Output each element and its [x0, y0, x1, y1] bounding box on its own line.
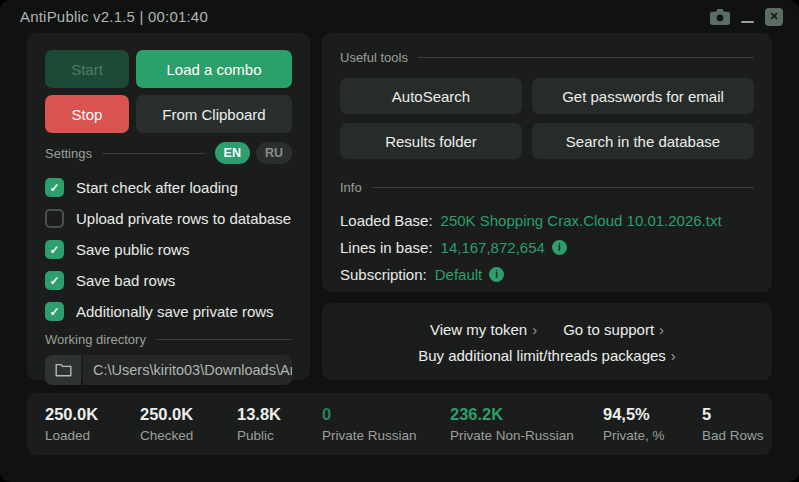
- view-my-token-link[interactable]: View my token›: [430, 321, 537, 338]
- subscription-row: Subscription: Default i: [340, 261, 754, 288]
- loaded-base-label: Loaded Base:: [340, 212, 433, 229]
- stat-private-russian: 0 Private Russian: [322, 405, 450, 443]
- folder-icon: [55, 363, 72, 377]
- links-panel: View my token› Go to support› Buy additi…: [322, 303, 772, 380]
- settings-header: Settings EN RU: [45, 142, 292, 164]
- checkbox-upload-private-rows[interactable]: Upload private rows to database: [45, 208, 292, 229]
- divider: [102, 153, 205, 154]
- settings-checkboxes: ✓ Start check after loading Upload priva…: [45, 177, 292, 322]
- useful-tools-label: Useful tools: [340, 50, 408, 65]
- stat-value: 236.2K: [450, 405, 603, 424]
- from-clipboard-button[interactable]: From Clipboard: [136, 95, 292, 133]
- window-title: AntiPublic v2.1.5 | 00:01:40: [20, 8, 208, 25]
- stat-label: Private Non-Russian: [450, 428, 603, 443]
- stat-private-non-russian: 236.2K Private Non-Russian: [450, 405, 603, 443]
- lines-in-base-label: Lines in base:: [340, 239, 433, 256]
- search-database-button[interactable]: Search in the database: [532, 123, 754, 159]
- stat-label: Public: [237, 428, 322, 443]
- chevron-right-icon: ›: [532, 321, 537, 338]
- title-bar: AntiPublic v2.1.5 | 00:01:40 ✕: [0, 0, 799, 33]
- checkbox-label: Additionally save private rows: [76, 303, 274, 320]
- stat-value: 250.0K: [140, 405, 237, 424]
- working-directory-path-field[interactable]: C:\Users\kirito03\Downloads\An...: [83, 355, 292, 385]
- checkbox-checked-icon: ✓: [45, 240, 64, 259]
- go-to-support-link[interactable]: Go to support›: [563, 321, 664, 338]
- working-directory-header: Working directory: [45, 332, 292, 347]
- right-column: Useful tools AutoSearch Get passwords fo…: [322, 33, 772, 380]
- stat-label: Private Russian: [322, 428, 450, 443]
- working-directory-row: C:\Users\kirito03\Downloads\An...: [45, 355, 292, 385]
- autosearch-button[interactable]: AutoSearch: [340, 78, 522, 114]
- browse-folder-button[interactable]: [45, 355, 81, 385]
- stat-label: Checked: [140, 428, 237, 443]
- buy-packages-label: Buy additional limit/threads packages: [418, 347, 666, 364]
- stat-value: 5: [702, 405, 764, 424]
- stat-value: 13.8K: [237, 405, 322, 424]
- stats-bar: 250.0K Loaded 250.0K Checked 13.8K Publi…: [27, 393, 772, 455]
- info-icon[interactable]: i: [552, 240, 567, 255]
- checkbox-checked-icon: ✓: [45, 271, 64, 290]
- language-ru-button[interactable]: RU: [256, 142, 292, 164]
- info-icon[interactable]: i: [489, 267, 504, 282]
- tools-info-panel: Useful tools AutoSearch Get passwords fo…: [322, 33, 772, 292]
- lines-in-base-row: Lines in base: 14,167,872,654 i: [340, 234, 754, 261]
- checkbox-additionally-save-private-rows[interactable]: ✓ Additionally save private rows: [45, 301, 292, 322]
- loaded-base-value: 250K Shopping Crax.Cloud 10.01.2026.txt: [441, 212, 722, 229]
- checkbox-label: Save bad rows: [76, 272, 175, 289]
- stat-public: 13.8K Public: [237, 405, 322, 443]
- stop-button[interactable]: Stop: [45, 95, 129, 133]
- useful-tools-header: Useful tools: [340, 50, 754, 65]
- results-folder-button[interactable]: Results folder: [340, 123, 522, 159]
- loaded-base-row: Loaded Base: 250K Shopping Crax.Cloud 10…: [340, 207, 754, 234]
- stat-checked: 250.0K Checked: [140, 405, 237, 443]
- language-toggle: EN RU: [215, 142, 292, 164]
- camera-icon: [710, 9, 730, 25]
- stat-value: 250.0K: [45, 405, 140, 424]
- minimize-icon: [741, 21, 754, 23]
- checkbox-checked-icon: ✓: [45, 178, 64, 197]
- tool-buttons: AutoSearch Get passwords for email Resul…: [340, 78, 754, 159]
- close-button[interactable]: ✕: [765, 8, 783, 26]
- stat-value: 94,5%: [603, 405, 702, 424]
- buy-packages-link[interactable]: Buy additional limit/threads packages›: [418, 347, 676, 364]
- working-directory-label: Working directory: [45, 332, 146, 347]
- divider: [156, 339, 292, 340]
- go-to-support-label: Go to support: [563, 321, 654, 338]
- checkbox-label: Start check after loading: [76, 179, 238, 196]
- info-header: Info: [340, 180, 754, 195]
- close-icon: ✕: [765, 8, 783, 26]
- lines-in-base-value: 14,167,872,654: [441, 239, 545, 256]
- checkbox-save-bad-rows[interactable]: ✓ Save bad rows: [45, 270, 292, 291]
- get-passwords-button[interactable]: Get passwords for email: [532, 78, 754, 114]
- window-controls: ✕: [710, 8, 783, 26]
- checkbox-unchecked-icon: [45, 209, 64, 228]
- main-content: Start Load a combo Stop From Clipboard S…: [0, 33, 799, 380]
- checkbox-save-public-rows[interactable]: ✓ Save public rows: [45, 239, 292, 260]
- stat-private-percent: 94,5% Private, %: [603, 405, 702, 443]
- stat-label: Bad Rows: [702, 428, 764, 443]
- links-line-1: View my token› Go to support›: [340, 316, 754, 342]
- checkbox-label: Upload private rows to database: [76, 210, 291, 227]
- settings-label: Settings: [45, 146, 92, 161]
- stat-loaded: 250.0K Loaded: [45, 405, 140, 443]
- view-my-token-label: View my token: [430, 321, 527, 338]
- stat-value: 0: [322, 405, 450, 424]
- control-panel: Start Load a combo Stop From Clipboard S…: [27, 33, 310, 380]
- subscription-value: Default: [435, 266, 483, 283]
- start-button[interactable]: Start: [45, 50, 129, 88]
- screenshot-button[interactable]: [710, 9, 730, 25]
- chevron-right-icon: ›: [671, 347, 676, 364]
- stat-bad-rows: 5 Bad Rows: [702, 405, 764, 443]
- minimize-button[interactable]: [741, 11, 754, 23]
- divider: [372, 187, 754, 188]
- stat-label: Private, %: [603, 428, 702, 443]
- stat-label: Loaded: [45, 428, 140, 443]
- checkbox-checked-icon: ✓: [45, 302, 64, 321]
- chevron-right-icon: ›: [659, 321, 664, 338]
- checkbox-start-check-after-loading[interactable]: ✓ Start check after loading: [45, 177, 292, 198]
- subscription-label: Subscription:: [340, 266, 427, 283]
- links-line-2: Buy additional limit/threads packages›: [340, 342, 754, 368]
- load-combo-button[interactable]: Load a combo: [136, 50, 292, 88]
- language-en-button[interactable]: EN: [215, 142, 250, 164]
- run-buttons: Start Load a combo Stop From Clipboard: [45, 50, 292, 133]
